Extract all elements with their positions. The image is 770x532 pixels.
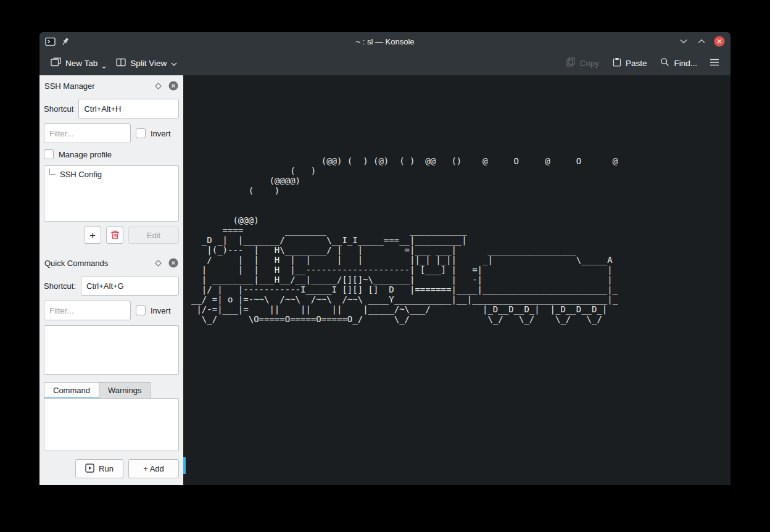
manage-profile-label: Manage profile [59,150,112,159]
konsole-app-icon [45,37,56,46]
qc-shortcut-input[interactable] [81,276,179,296]
qc-tabs: Command Warnings [44,382,179,399]
ssh-invert-label: Invert [151,129,171,138]
hamburger-icon [710,58,719,69]
float-panel-icon[interactable] [154,259,162,267]
window-title: ~ : sl — Konsole [39,37,731,46]
trash-icon [110,230,120,241]
pin-icon[interactable] [61,37,70,46]
qc-invert-label: Invert [151,306,171,315]
copy-button[interactable]: Copy [561,54,604,72]
terminal-output: (@@) ( ) (@) ( ) @@ () @ O @ O @ ( ) (@@… [183,75,731,324]
chevron-down-icon [171,59,177,68]
new-tab-label: New Tab [65,59,97,68]
hamburger-menu-button[interactable] [705,54,724,72]
quick-commands-list[interactable] [44,325,179,375]
quick-commands-header[interactable]: Quick Commands [44,256,178,270]
tree-item-label: SSH Config [60,170,102,179]
split-view-icon [116,58,126,69]
ssh-manager-header[interactable]: SSH Manager [44,79,178,93]
tree-branch-icon [49,168,56,175]
qc-invert-checkbox[interactable] [136,305,146,315]
add-command-button[interactable]: + Add [128,459,179,478]
maximize-button[interactable] [696,36,707,47]
tab-command[interactable]: Command [44,382,99,399]
quick-commands-title: Quick Commands [44,259,148,268]
ssh-edit-button[interactable]: Edit [128,227,179,244]
ssh-config-tree[interactable]: SSH Config [44,165,179,222]
find-label: Find... [674,59,697,68]
paste-label: Paste [626,59,647,68]
konsole-window: ~ : sl — Konsole New Tab [39,32,731,485]
new-tab-menu-caret-icon [102,62,106,71]
find-button[interactable]: Find... [655,54,702,72]
run-icon [85,463,94,475]
tab-warnings[interactable]: Warnings [99,382,151,399]
paste-icon [613,57,621,69]
ssh-manager-title: SSH Manager [44,81,148,91]
close-button[interactable] [714,36,725,47]
new-tab-icon [51,57,61,69]
close-panel-icon[interactable] [168,81,178,91]
minimize-button[interactable] [678,36,689,47]
manage-profile-checkbox[interactable] [44,149,54,159]
ssh-shortcut-input[interactable] [78,99,179,118]
tree-item-ssh-config[interactable]: SSH Config [49,170,174,179]
new-tab-button[interactable]: New Tab [46,52,111,75]
ssh-delete-button[interactable] [106,227,123,244]
toolbar: New Tab Split View Copy Paste [39,51,731,75]
titlebar[interactable]: ~ : sl — Konsole [39,32,731,51]
ssh-invert-checkbox[interactable] [136,128,146,138]
ssh-manager-panel: SSH Manager Shortcut Invert [44,79,179,244]
copy-label: Copy [579,59,599,68]
paste-button[interactable]: Paste [608,54,652,72]
copy-icon [566,57,575,69]
ssh-shortcut-label: Shortcut [44,104,73,114]
quick-commands-panel: Quick Commands Shortcut: Invert [44,256,179,478]
scrollbar-handle[interactable] [183,457,186,474]
sidebar: SSH Manager Shortcut Invert [39,75,183,485]
run-label: Run [99,464,114,473]
qc-shortcut-label: Shortcut: [44,281,76,291]
run-button[interactable]: Run [75,459,123,478]
search-icon [660,57,669,69]
ssh-filter-input[interactable] [44,123,131,143]
split-view-label: Split View [130,59,167,68]
float-panel-icon[interactable] [154,82,162,90]
command-textarea[interactable] [44,398,179,451]
split-view-button[interactable]: Split View [111,54,182,72]
close-panel-icon[interactable] [168,258,178,268]
qc-filter-input[interactable] [44,301,131,320]
terminal-area[interactable]: (@@) ( ) (@) ( ) @@ () @ O @ O @ ( ) (@@… [183,75,731,485]
ssh-add-button[interactable]: + [84,227,101,244]
